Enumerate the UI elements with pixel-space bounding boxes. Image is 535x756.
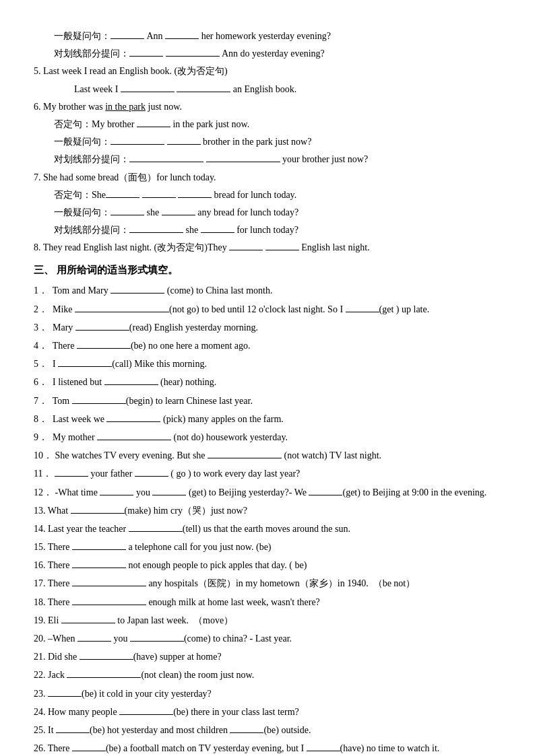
q6-neg: 否定句：My brother in the park just now. bbox=[54, 116, 501, 133]
fill-item-14: 14. Last year the teacher (tell) us that… bbox=[34, 520, 501, 537]
fill-items: 1． Tom and Mary (come) to China last mon… bbox=[34, 282, 501, 756]
fill-item-13: 13. What (make) him cry（哭）just now? bbox=[34, 502, 501, 519]
questions-top: 一般疑问句： Ann her homework yesterday evenin… bbox=[34, 28, 501, 256]
fill-item-4: 4． There (be) no one here a moment ago. bbox=[34, 337, 501, 354]
fill-item-20: 20. –When you (come) to china? - Last ye… bbox=[34, 630, 501, 647]
q5: 5. Last week I read an English book. (改为… bbox=[34, 63, 501, 79]
fill-item-21: 21. Did she (have) supper at home? bbox=[34, 648, 501, 665]
q7-gen: 一般疑问句： she any bread for lunch today? bbox=[54, 204, 501, 221]
q6-dui: 对划线部分提问： your brother just now? bbox=[54, 151, 501, 168]
q7: 7. She had some bread（面包）for lunch today… bbox=[34, 169, 501, 186]
fill-item-16: 16. There not enough people to pick appl… bbox=[34, 557, 501, 574]
line-yiban-wenj: 一般疑问句： Ann her homework yesterday evenin… bbox=[54, 28, 501, 44]
fill-item-10: 10． She watches TV every evening. But sh… bbox=[34, 447, 501, 464]
fill-item-22: 22. Jack (not clean) the room just now. bbox=[34, 666, 501, 683]
fill-item-15: 15. There a telephone call for you just … bbox=[34, 539, 501, 555]
fill-item-23: 23. (be) it cold in your city yesterday? bbox=[34, 685, 501, 702]
fill-item-1: 1． Tom and Mary (come) to China last mon… bbox=[34, 282, 501, 299]
fill-item-24: 24. How many people (be) there in your c… bbox=[34, 703, 501, 720]
q6-gen: 一般疑问句： brother in the park just now? bbox=[54, 133, 501, 150]
q7-neg: 否定句：She bread for lunch today. bbox=[54, 186, 501, 203]
fill-item-5: 5． I (call) Mike this morning. bbox=[34, 355, 501, 372]
fill-item-25: 25. It (be) hot yesterday and most child… bbox=[34, 722, 501, 738]
fill-item-19: 19. Eli to Japan last week. （move） bbox=[34, 612, 501, 629]
fill-item-18: 18. There enough milk at home last week,… bbox=[34, 594, 501, 611]
q7-dui: 对划线部分提问： she for lunch today? bbox=[54, 221, 501, 238]
q6: 6. My brother was in the park just now. bbox=[34, 98, 501, 115]
line-duihua-wenj: 对划线部分提问： Ann do yesterday evening? bbox=[54, 45, 501, 62]
fill-item-11: 11． your father ( go ) to work every day… bbox=[34, 465, 501, 482]
fill-item-9: 9． My mother (not do) housework yesterda… bbox=[34, 429, 501, 446]
q5-answer: Last week I an English book. bbox=[74, 81, 501, 98]
section-three-header: 三、 用所给词的适当形式填空。 bbox=[34, 261, 501, 279]
fill-item-26: 26. There (be) a football match on TV ye… bbox=[34, 740, 501, 756]
fill-item-12: 12． -What time you (get) to Beijing yest… bbox=[34, 484, 501, 501]
fill-item-8: 8． Last week we (pick) many apples on th… bbox=[34, 411, 501, 427]
q8: 8. They read English last night. (改为否定句)… bbox=[34, 239, 501, 256]
page-content: 一般疑问句： Ann her homework yesterday evenin… bbox=[34, 28, 501, 756]
fill-item-17: 17. There any hospitals（医院）in my hometow… bbox=[34, 575, 501, 592]
fill-item-2: 2． Mike (not go) to bed until 12 o'clock… bbox=[34, 301, 501, 318]
fill-item-3: 3． Mary (read) English yesterday morning… bbox=[34, 319, 501, 336]
fill-item-7: 7． Tom (begin) to learn Chinese last yea… bbox=[34, 392, 501, 409]
fill-item-6: 6． I listened but (hear) nothing. bbox=[34, 374, 501, 390]
